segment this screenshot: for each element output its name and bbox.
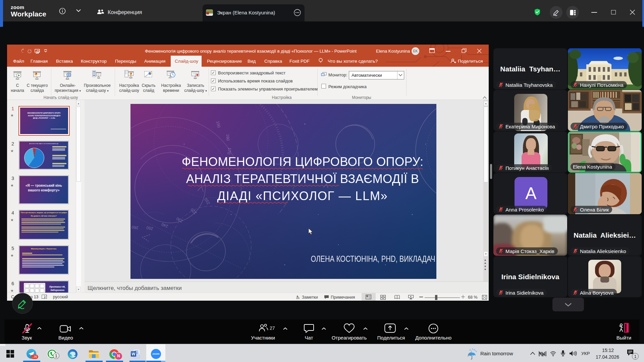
svg-text:160: 160 (225, 134, 230, 141)
svg-text:170: 170 (226, 147, 232, 155)
svg-text:260: 260 (131, 225, 139, 230)
